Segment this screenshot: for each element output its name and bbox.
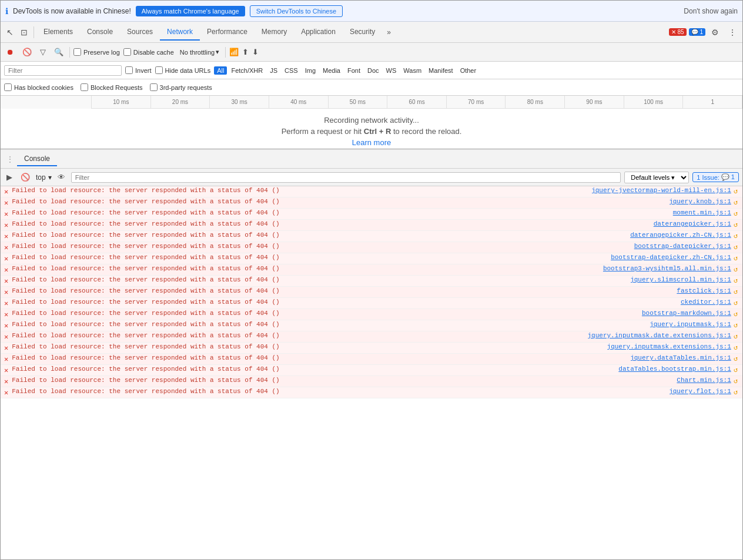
tab-performance[interactable]: Performance	[200, 24, 255, 41]
filter-button[interactable]: ▽	[38, 46, 48, 58]
filter-input[interactable]	[4, 65, 122, 76]
tab-sources[interactable]: Sources	[120, 24, 160, 41]
search-button[interactable]: 🔍	[52, 46, 66, 58]
filter-type-js[interactable]: JS	[267, 66, 280, 75]
disable-cache-checkbox[interactable]	[123, 48, 131, 56]
error-source[interactable]: fastclick.js:1	[677, 287, 731, 294]
ruler-90ms: 90 ms	[565, 96, 624, 108]
filter-type-fetch[interactable]: Fetch/XHR	[228, 66, 266, 75]
reload-icon[interactable]: ↺	[734, 332, 738, 341]
reload-icon[interactable]: ↺	[734, 310, 738, 318]
messages-badge[interactable]: 💬 1	[689, 28, 705, 36]
disable-cache-label[interactable]: Disable cache	[123, 48, 174, 56]
reload-icon[interactable]: ↺	[734, 377, 738, 385]
device-toggle-button[interactable]: ⊡	[17, 25, 31, 39]
stop-record-button[interactable]: 🚫	[20, 46, 34, 58]
filter-type-manifest[interactable]: Manifest	[426, 66, 456, 75]
error-source[interactable]: bootstrap-datepicker.zh-CN.js:1	[611, 254, 731, 261]
filter-type-css[interactable]: CSS	[282, 66, 301, 75]
error-source[interactable]: jquery.slimscroll.min.js:1	[630, 276, 731, 283]
hide-data-urls-checkbox[interactable]	[155, 66, 163, 74]
reload-icon[interactable]: ↺	[734, 243, 738, 252]
levels-select[interactable]: Default levels ▾	[624, 172, 689, 183]
tab-security[interactable]: Security	[343, 24, 382, 41]
reload-icon[interactable]: ↺	[734, 354, 738, 363]
reload-icon[interactable]: ↺	[734, 209, 738, 218]
error-source[interactable]: jquery.inputmask.extensions.js:1	[607, 343, 731, 350]
record-button[interactable]: ⏺	[4, 46, 16, 58]
match-language-button[interactable]: Always match Chrome's language	[136, 6, 245, 16]
reload-icon[interactable]: ↺	[734, 254, 738, 263]
error-source[interactable]: jquery.knob.js:1	[669, 198, 731, 205]
error-source[interactable]: bootstrap-datepicker.js:1	[634, 243, 731, 250]
console-filter-input[interactable]	[71, 172, 621, 183]
error-source[interactable]: bootstrap-markdown.js:1	[642, 310, 731, 317]
error-source[interactable]: jquery.inputmask.js:1	[650, 321, 731, 328]
error-source[interactable]: dataTables.bootstrap.min.js:1	[618, 365, 731, 373]
learn-more-link[interactable]: Learn more	[352, 138, 391, 147]
reload-icon[interactable]: ↺	[734, 220, 738, 229]
filter-type-all[interactable]: All	[214, 66, 227, 75]
error-source[interactable]: jquery.flot.js:1	[669, 388, 731, 395]
console-eye-button[interactable]: 👁	[55, 172, 68, 183]
tab-application[interactable]: Application	[294, 24, 343, 41]
error-source[interactable]: bootstrap3-wysihtml5.all.min.js:1	[603, 265, 731, 272]
invert-checkbox-label[interactable]: Invert	[125, 66, 152, 74]
console-log[interactable]: ✕Failed to load resource: the server res…	[1, 186, 742, 559]
tab-elements[interactable]: Elements	[36, 24, 80, 41]
error-source[interactable]: jquery.dataTables.min.js:1	[630, 354, 731, 361]
blocked-cookies-checkbox[interactable]	[4, 83, 12, 91]
filter-type-font[interactable]: Font	[344, 66, 363, 75]
tab-network[interactable]: Network	[160, 24, 200, 41]
error-icon: ✕	[4, 221, 8, 230]
filter-type-ws[interactable]: WS	[383, 66, 400, 75]
error-source[interactable]: jquery-jvectormap-world-mill-en.js:1	[591, 187, 731, 194]
preserve-log-label[interactable]: Preserve log	[73, 48, 120, 56]
console-execute-button[interactable]: ▶	[4, 172, 15, 183]
tab-memory[interactable]: Memory	[255, 24, 294, 41]
issue-badge[interactable]: 1 Issue: 💬 1	[692, 172, 739, 182]
console-tab[interactable]: Console	[17, 152, 57, 166]
blocked-requests-checkbox[interactable]	[81, 83, 88, 91]
more-tabs-button[interactable]: »	[382, 26, 396, 39]
reload-icon[interactable]: ↺	[734, 321, 738, 330]
reload-icon[interactable]: ↺	[734, 276, 738, 285]
reload-icon[interactable]: ↺	[734, 365, 738, 374]
reload-icon[interactable]: ↺	[734, 343, 738, 352]
reload-icon[interactable]: ↺	[734, 299, 738, 307]
tab-console[interactable]: Console	[80, 24, 120, 41]
filter-type-other[interactable]: Other	[457, 66, 480, 75]
hide-data-urls-label[interactable]: Hide data URLs	[155, 66, 211, 74]
reload-icon[interactable]: ↺	[734, 287, 738, 296]
preserve-log-checkbox[interactable]	[73, 48, 81, 56]
third-party-requests-label[interactable]: 3rd-party requests	[150, 83, 212, 91]
error-source[interactable]: Chart.min.js:1	[677, 377, 731, 384]
error-source[interactable]: moment.min.js:1	[673, 209, 731, 216]
invert-checkbox[interactable]	[125, 66, 133, 74]
filter-type-media[interactable]: Media	[320, 66, 343, 75]
filter-type-doc[interactable]: Doc	[364, 66, 382, 75]
blocked-requests-label[interactable]: Blocked Requests	[81, 83, 143, 91]
reload-icon[interactable]: ↺	[734, 265, 738, 274]
reload-icon[interactable]: ↺	[734, 187, 738, 196]
error-source[interactable]: daterangepicker.zh-CN.js:1	[630, 232, 731, 239]
dismiss-button[interactable]: Don't show again	[684, 7, 738, 15]
settings-button[interactable]: ⚙	[708, 25, 722, 39]
blocked-cookies-label[interactable]: Has blocked cookies	[4, 83, 73, 91]
throttle-select[interactable]: No throttling ▾	[178, 47, 222, 57]
console-ban-button[interactable]: 🚫	[18, 172, 32, 183]
third-party-requests-checkbox[interactable]	[150, 83, 158, 91]
filter-type-wasm[interactable]: Wasm	[400, 66, 424, 75]
error-source[interactable]: ckeditor.js:1	[681, 299, 731, 306]
error-source[interactable]: daterangepicker.js:1	[654, 220, 731, 227]
reload-icon[interactable]: ↺	[734, 232, 738, 240]
console-drag-handle[interactable]: ⋮	[3, 155, 17, 163]
more-options-button[interactable]: ⋮	[725, 25, 740, 39]
switch-devtools-button[interactable]: Switch DevTools to Chinese	[250, 5, 343, 17]
filter-type-img[interactable]: Img	[302, 66, 319, 75]
inspect-icon-button[interactable]: ↖	[3, 25, 17, 39]
errors-badge[interactable]: ✕ 85	[669, 28, 687, 36]
reload-icon[interactable]: ↺	[734, 388, 738, 397]
error-source[interactable]: jquery.inputmask.date.extensions.js:1	[588, 332, 731, 339]
reload-icon[interactable]: ↺	[734, 198, 738, 207]
